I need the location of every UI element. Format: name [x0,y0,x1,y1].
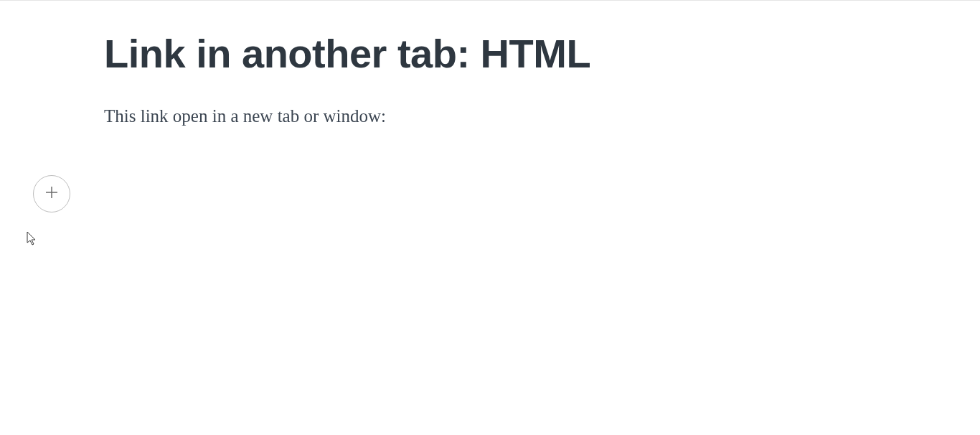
editor-content: Link in another tab: HTML This link open… [0,1,980,130]
add-block-button[interactable] [33,175,70,212]
post-title[interactable]: Link in another tab: HTML [104,29,980,78]
mouse-cursor [27,231,38,247]
plus-icon [44,185,59,202]
post-description[interactable]: This link open in a new tab or window: [104,103,980,130]
